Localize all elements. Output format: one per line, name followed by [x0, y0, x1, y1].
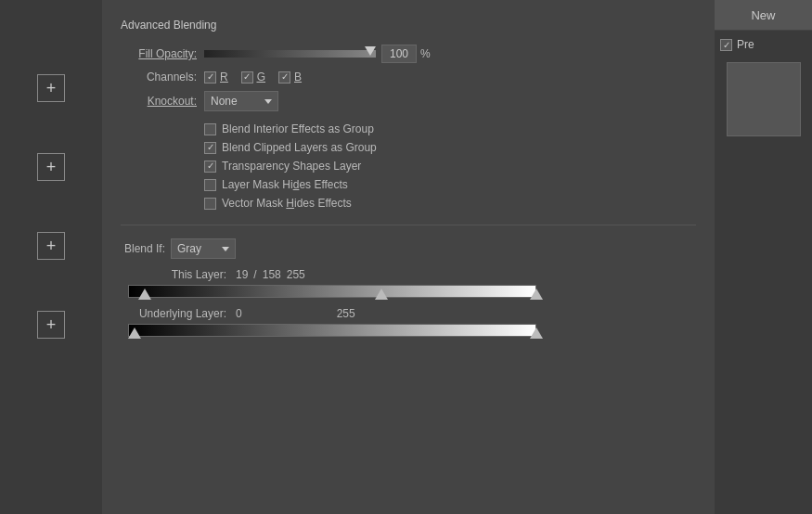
knockout-dropdown-arrow	[264, 99, 272, 104]
this-layer-slider[interactable]	[128, 285, 536, 298]
cb-blend-clipped-checkbox[interactable]	[204, 142, 216, 154]
fill-opacity-slider[interactable]	[204, 50, 376, 58]
fill-opacity-value[interactable]: 100	[381, 45, 417, 63]
underlying-layer-values: 0 255	[236, 307, 355, 320]
this-layer-val3: 255	[287, 268, 305, 281]
left-sidebar: + + + +	[0, 0, 102, 514]
blend-if-dropdown[interactable]: Gray	[171, 238, 236, 259]
channel-g-label: G	[257, 71, 265, 84]
pre-row: Pre	[715, 31, 812, 58]
channel-r-label: R	[220, 71, 228, 84]
this-layer-handle-mid[interactable]	[375, 289, 388, 300]
cb-vector-mask-label: Vector Mask Hides Effects	[222, 197, 352, 210]
underlying-layer-label: Underlying Layer:	[124, 307, 226, 320]
this-layer-handle-right[interactable]	[530, 289, 543, 300]
cb-layer-mask-checkbox[interactable]	[204, 179, 216, 191]
channel-b[interactable]: B	[278, 71, 302, 84]
this-layer-sep: /	[253, 268, 256, 281]
blend-if-section: Blend If: Gray This Layer: 19 / 158 255	[121, 238, 696, 339]
blend-if-label: Blend If:	[124, 242, 165, 255]
cb-transparency-shapes[interactable]: Transparency Shapes Layer	[204, 160, 696, 173]
this-layer-track	[128, 285, 536, 298]
channel-b-checkbox[interactable]	[278, 71, 290, 84]
fill-opacity-unit: %	[420, 47, 431, 60]
cb-blend-clipped-label: Blend Clipped Layers as Group	[222, 141, 377, 154]
fill-opacity-thumb[interactable]	[365, 46, 376, 56]
cb-blend-clipped[interactable]: Blend Clipped Layers as Group	[204, 141, 696, 154]
cb-blend-interior[interactable]: Blend Interior Effects as Group	[204, 122, 696, 135]
this-layer-row: This Layer: 19 / 158 255	[124, 268, 692, 281]
channel-g[interactable]: G	[241, 71, 265, 84]
pre-label: Pre	[737, 38, 754, 51]
fill-opacity-row: Fill Opacity: 100 %	[130, 45, 696, 63]
add-button-3[interactable]: +	[37, 232, 65, 260]
cb-transparency-shapes-label: Transparency Shapes Layer	[222, 160, 361, 173]
this-layer-handle-left[interactable]	[138, 289, 151, 300]
underlying-layer-row: Underlying Layer: 0 255	[124, 307, 692, 320]
cb-vector-mask[interactable]: Vector Mask Hides Effects	[204, 197, 696, 210]
underlying-layer-val1: 0	[236, 307, 242, 320]
knockout-label: Knockout:	[130, 95, 197, 108]
this-layer-val2: 158	[263, 268, 281, 281]
underlying-layer-slider[interactable]	[128, 324, 536, 337]
channel-r-checkbox[interactable]	[204, 71, 216, 84]
this-layer-label: This Layer:	[124, 268, 226, 281]
cb-layer-mask[interactable]: Layer Mask Hides Effects	[204, 178, 696, 191]
checkboxes-section: Blend Interior Effects as Group Blend Cl…	[204, 122, 696, 210]
channel-g-checkbox[interactable]	[241, 71, 253, 84]
knockout-row: Knockout: None	[130, 91, 696, 111]
underlying-layer-handle-left[interactable]	[128, 328, 141, 339]
right-thumbnail	[727, 62, 801, 136]
channels-row: Channels: R G B	[130, 71, 696, 84]
this-layer-values: 19 / 158 255	[236, 268, 305, 281]
pre-checkbox[interactable]	[720, 39, 732, 51]
new-button[interactable]: New	[715, 0, 812, 31]
blend-if-row: Blend If: Gray	[124, 238, 692, 259]
underlying-layer-handle-right[interactable]	[530, 328, 543, 339]
divider	[121, 225, 696, 225]
section-title: Advanced Blending	[121, 19, 696, 32]
underlying-layer-val2: 255	[337, 307, 355, 320]
channels-label: Channels:	[130, 71, 197, 84]
blend-if-value: Gray	[177, 242, 201, 255]
cb-layer-mask-label: Layer Mask Hides Effects	[222, 178, 348, 191]
channel-b-label: B	[294, 71, 302, 84]
channel-r[interactable]: R	[204, 71, 228, 84]
knockout-dropdown[interactable]: None	[204, 91, 278, 111]
this-layer-val1: 19	[236, 268, 248, 281]
add-button-2[interactable]: +	[37, 153, 65, 181]
add-button-1[interactable]: +	[37, 74, 65, 102]
cb-blend-interior-label: Blend Interior Effects as Group	[222, 122, 374, 135]
knockout-value: None	[211, 95, 238, 108]
blend-if-dropdown-arrow	[222, 247, 229, 251]
fill-opacity-label: Fill Opacity:	[130, 47, 197, 60]
cb-vector-mask-checkbox[interactable]	[204, 198, 216, 210]
cb-blend-interior-checkbox[interactable]	[204, 123, 216, 135]
main-panel: Advanced Blending Fill Opacity: 100 % Ch…	[102, 0, 715, 514]
cb-transparency-shapes-checkbox[interactable]	[204, 161, 216, 173]
underlying-layer-track	[128, 324, 536, 337]
right-panel: New Pre	[715, 0, 812, 514]
add-button-4[interactable]: +	[37, 311, 65, 339]
